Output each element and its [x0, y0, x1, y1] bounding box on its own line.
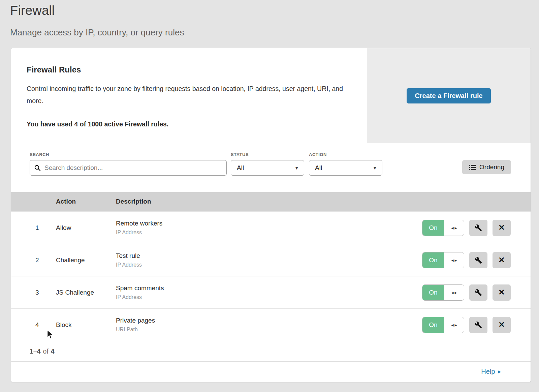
edit-rule-button[interactable] [469, 220, 487, 236]
rules-usage: You have used 4 of 1000 active Firewall … [27, 120, 347, 128]
page-title: Firewall [10, 3, 529, 18]
toggle-on-label: On [422, 252, 444, 268]
table-row: 2 Challenge Test rule IP Address On ◂▸ ✕ [11, 244, 531, 276]
ordering-button-label: Ordering [479, 163, 504, 171]
help-link-label: Help [481, 368, 495, 375]
toggle-on-label: On [422, 317, 444, 333]
ordering-list-icon [469, 164, 476, 170]
edit-rule-button[interactable] [469, 252, 487, 268]
rule-priority: 4 [11, 321, 56, 329]
pagination: 1–4 of 4 [11, 341, 531, 361]
action-column-header: Action [56, 198, 116, 205]
status-filter: STATUS All ▼ [231, 152, 304, 176]
wrench-icon [475, 289, 482, 296]
chevron-down-icon: ▼ [373, 165, 377, 171]
rule-action: Block [56, 321, 116, 329]
delete-rule-button[interactable]: ✕ [493, 220, 511, 236]
arrow-right-icon: ▸ [498, 368, 501, 375]
action-filter: ACTION All ▼ [309, 152, 382, 176]
edit-rule-button[interactable] [469, 317, 487, 333]
rule-description: Test rule [116, 252, 422, 260]
rule-match-type: IP Address [116, 262, 422, 268]
overview-section: Firewall Rules Control incoming traffic … [11, 48, 531, 143]
rule-match-type: IP Address [116, 230, 422, 236]
overview-text: Firewall Rules Control incoming traffic … [11, 48, 367, 143]
status-label: STATUS [231, 152, 304, 157]
wrench-icon [475, 321, 482, 329]
action-select[interactable]: All ▼ [309, 160, 382, 176]
table-header: Action Description [11, 192, 531, 211]
rule-priority: 3 [11, 289, 56, 296]
status-select-value: All [237, 164, 244, 172]
rule-match-type: IP Address [116, 294, 422, 300]
page-header: Firewall Manage access by IP, country, o… [0, 0, 539, 38]
search-input[interactable] [44, 164, 222, 172]
search-label: SEARCH [30, 152, 227, 157]
create-rule-panel: Create a Firewall rule [367, 48, 531, 143]
rule-priority: 2 [11, 257, 56, 264]
rule-priority: 1 [11, 224, 56, 232]
rule-controls: On ◂▸ ✕ [422, 317, 531, 333]
pagination-of: of [43, 348, 49, 355]
rules-description: Control incoming traffic to your zone by… [27, 83, 347, 107]
rules-heading: Firewall Rules [27, 65, 347, 74]
toggle-on-label: On [422, 285, 444, 300]
rule-description-cell: Test rule IP Address [116, 252, 422, 268]
rule-action: Challenge [56, 257, 116, 264]
edit-rule-button[interactable] [469, 284, 487, 301]
chevron-down-icon: ▼ [294, 165, 299, 171]
delete-rule-button[interactable]: ✕ [493, 317, 511, 333]
rule-action: Allow [56, 224, 116, 232]
rule-description: Remote workers [116, 220, 422, 227]
rule-enabled-toggle[interactable]: On ◂▸ [422, 317, 464, 333]
toggle-handle-icon: ◂▸ [444, 252, 464, 268]
rule-description: Spam comments [116, 284, 422, 292]
description-column-header: Description [116, 198, 531, 205]
pagination-total: 4 [51, 348, 55, 355]
card-footer: Help ▸ [11, 361, 531, 382]
rule-controls: On ◂▸ ✕ [422, 252, 531, 268]
delete-rule-button[interactable]: ✕ [493, 252, 511, 268]
wrench-icon [475, 224, 482, 232]
rule-description-cell: Remote workers IP Address [116, 220, 422, 236]
search-filter: SEARCH [30, 152, 227, 176]
firewall-rules-card: Firewall Rules Control incoming traffic … [11, 48, 531, 382]
toggle-handle-icon: ◂▸ [444, 220, 464, 236]
help-link[interactable]: Help ▸ [481, 368, 501, 375]
rule-description-cell: Spam comments IP Address [116, 284, 422, 300]
toggle-handle-icon: ◂▸ [444, 317, 464, 333]
rule-controls: On ◂▸ ✕ [422, 284, 531, 301]
ordering-button[interactable]: Ordering [462, 160, 511, 174]
pagination-range: 1–4 [30, 348, 41, 355]
create-firewall-rule-button[interactable]: Create a Firewall rule [407, 88, 490, 103]
table-row: 4 Block Private pages URI Path On ◂▸ ✕ [11, 308, 531, 341]
close-icon: ✕ [498, 256, 505, 264]
page-subtitle: Manage access by IP, country, or query r… [10, 27, 529, 38]
toggle-on-label: On [422, 220, 444, 236]
toggle-handle-icon: ◂▸ [444, 285, 464, 300]
wrench-icon [475, 257, 482, 264]
rule-enabled-toggle[interactable]: On ◂▸ [422, 284, 464, 301]
close-icon: ✕ [498, 289, 505, 296]
table-row: 1 Allow Remote workers IP Address On ◂▸ … [11, 211, 531, 244]
rule-enabled-toggle[interactable]: On ◂▸ [422, 252, 464, 268]
table-row: 3 JS Challenge Spam comments IP Address … [11, 276, 531, 308]
rule-enabled-toggle[interactable]: On ◂▸ [422, 220, 464, 236]
search-box[interactable] [30, 160, 227, 176]
status-select[interactable]: All ▼ [231, 160, 304, 176]
rule-match-type: URI Path [116, 327, 422, 333]
action-select-value: All [315, 164, 322, 172]
close-icon: ✕ [498, 321, 505, 329]
action-label: ACTION [309, 152, 382, 157]
rule-description-cell: Private pages URI Path [116, 317, 422, 333]
close-icon: ✕ [498, 224, 505, 232]
search-icon [34, 165, 41, 171]
delete-rule-button[interactable]: ✕ [493, 284, 511, 301]
rule-description: Private pages [116, 317, 422, 324]
rule-action: JS Challenge [56, 289, 116, 296]
filter-bar: SEARCH STATUS All ▼ ACTION All ▼ [11, 143, 531, 192]
rule-controls: On ◂▸ ✕ [422, 220, 531, 236]
